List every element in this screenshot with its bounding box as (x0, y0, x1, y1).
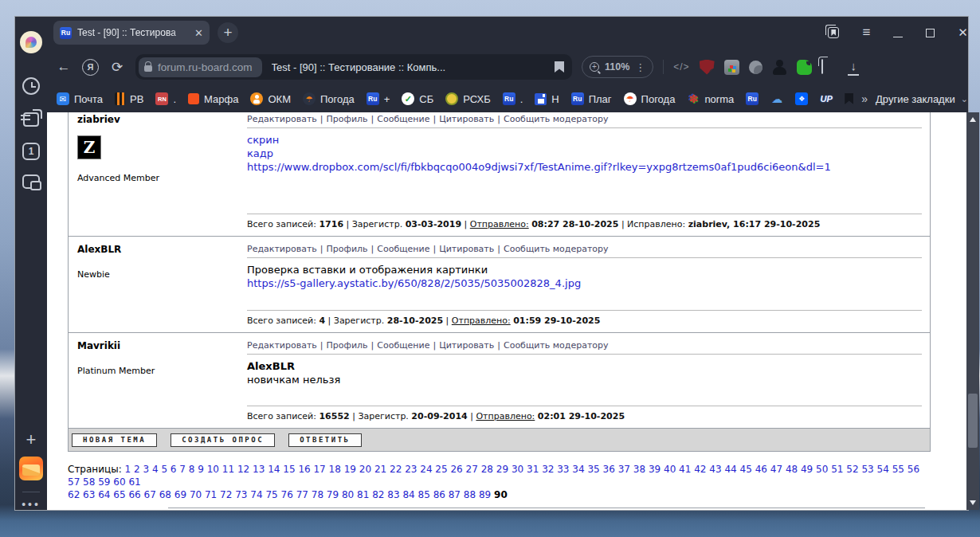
page-link[interactable]: 67 (144, 489, 156, 500)
page-link[interactable]: 76 (281, 489, 293, 500)
page-scrollbar[interactable] (966, 112, 979, 510)
tab-test-90[interactable]: Test - [90] :: Тестирова ✕ (53, 21, 210, 45)
page-link[interactable]: 79 (327, 489, 339, 500)
page-link[interactable]: 73 (235, 489, 247, 500)
post-action-link[interactable]: Редактировать (247, 340, 317, 351)
bookmark-item-ru-blue[interactable] (746, 92, 759, 105)
menu-icon[interactable]: ≡ (862, 25, 870, 41)
bookmark-item-dropbox-blue[interactable] (795, 92, 808, 105)
page-link[interactable]: 50 (816, 464, 828, 475)
page-link[interactable]: 29 (496, 464, 508, 475)
other-bookmarks-button[interactable]: Другие закладки ⌄ (876, 93, 968, 105)
page-link[interactable]: 51 (831, 464, 843, 475)
zoom-control[interactable]: 110% ⋮ (582, 56, 653, 78)
scroll-up-icon[interactable] (970, 117, 976, 122)
page-link[interactable]: 86 (433, 489, 445, 500)
page-link[interactable]: 56 (907, 464, 919, 475)
post-action-link[interactable]: Сообщение (377, 340, 429, 351)
extension-colorful-icon[interactable] (724, 60, 739, 75)
page-link[interactable]: 31 (527, 464, 539, 475)
page-link[interactable]: 72 (220, 489, 232, 500)
bookmark-item-РСХБ[interactable]: РСХБ (445, 92, 490, 105)
bookmark-item-+[interactable]: + (367, 92, 390, 105)
page-link[interactable]: 23 (405, 464, 417, 475)
close-icon[interactable]: ✕ (958, 25, 968, 40)
sent-link[interactable]: Отправлено: (452, 316, 511, 326)
post-action-link[interactable]: Редактировать (247, 114, 317, 124)
address-bar[interactable]: forum.ru-board.com Test - [90] :: Тестир… (135, 54, 572, 80)
page-link[interactable]: 1 (125, 464, 131, 475)
post-action-link[interactable]: Сообщить модератору (504, 114, 609, 124)
page-link[interactable]: 85 (418, 489, 430, 500)
page-link[interactable]: 70 (190, 489, 202, 500)
side-panel-icon[interactable] (828, 27, 839, 38)
post-action-link[interactable]: Сообщение (377, 244, 429, 254)
sent-link[interactable]: Отправлено: (470, 219, 529, 229)
page-link[interactable]: 57 (68, 476, 80, 488)
post-action-link[interactable]: Сообщить модератору (504, 244, 609, 254)
page-link[interactable]: 74 (250, 489, 262, 500)
extension-gray-icon[interactable] (749, 61, 762, 74)
page-link[interactable]: 30 (512, 464, 523, 475)
evernote-icon[interactable] (797, 60, 812, 75)
page-link[interactable]: 39 (649, 464, 661, 475)
maximize-icon[interactable] (926, 29, 935, 37)
page-link[interactable]: 82 (372, 489, 384, 500)
page-link[interactable]: 16 (298, 464, 310, 475)
page-link[interactable]: 77 (296, 489, 308, 500)
history-icon[interactable] (22, 77, 40, 95)
page-link[interactable]: 68 (159, 489, 171, 500)
page-link[interactable]: 36 (603, 464, 615, 475)
page-link[interactable]: 4 (152, 464, 159, 475)
post-action-link[interactable]: Цитировать (439, 114, 494, 124)
page-link[interactable]: 7 (179, 464, 186, 475)
page-link[interactable]: 11 (222, 464, 234, 475)
bookmarks-overflow-icon[interactable]: » (861, 92, 868, 105)
bookmark-item-.[interactable]: . (503, 92, 523, 105)
page-link[interactable]: 54 (877, 464, 889, 475)
profile-avatar[interactable] (20, 31, 42, 53)
page-link[interactable]: 80 (342, 489, 354, 500)
page-link[interactable]: 6 (171, 464, 177, 475)
post-author[interactable]: ziabriev (77, 114, 233, 125)
post-action-link[interactable]: Профиль (327, 114, 368, 124)
domain-chip[interactable]: forum.ru-board.com (139, 57, 262, 77)
downloads-icon[interactable]: ↓ (846, 60, 861, 75)
page-link[interactable]: 26 (450, 464, 462, 475)
sent-link[interactable]: Отправлено: (476, 411, 535, 421)
page-link[interactable]: 71 (205, 489, 217, 500)
page-link[interactable]: 38 (633, 464, 645, 475)
page-link[interactable]: 63 (83, 489, 95, 500)
page-link[interactable]: 88 (464, 489, 476, 500)
screenshot-icon[interactable] (22, 174, 40, 189)
page-link[interactable]: 32 (542, 464, 554, 475)
page-link[interactable]: 64 (98, 489, 110, 500)
page-link[interactable]: 46 (755, 464, 767, 475)
page-link[interactable]: 62 (68, 489, 80, 500)
page-link[interactable]: 15 (283, 464, 295, 475)
bookmark-item-СБ[interactable]: СБ (402, 92, 433, 105)
page-link[interactable]: 35 (587, 464, 599, 475)
zoom-menu-icon[interactable]: ⋮ (635, 61, 645, 73)
page-link[interactable]: 53 (861, 464, 873, 475)
page-link[interactable]: 12 (237, 464, 249, 475)
page-link[interactable]: 21 (374, 464, 386, 475)
forum-button-ответить[interactable]: ОТВЕТИТЬ (288, 433, 361, 447)
page-link[interactable]: 3 (143, 464, 149, 475)
page-link[interactable]: 43 (709, 464, 721, 475)
page-link[interactable]: 65 (113, 489, 125, 500)
bookmark-item-Почта[interactable]: Почта (57, 92, 103, 105)
post-action-link[interactable]: Сообщение (377, 114, 429, 124)
page-link[interactable]: 89 (479, 489, 491, 500)
page-link[interactable]: 10 (207, 464, 219, 475)
bookmark-item-РВ[interactable]: РВ (115, 92, 143, 105)
new-tab-button[interactable]: + (218, 22, 238, 43)
page-link[interactable]: 66 (128, 489, 140, 500)
forum-button-создать-опрос[interactable]: СОЗДАТЬ ОПРОС (171, 433, 275, 447)
page-link[interactable]: 87 (449, 489, 461, 500)
bookmark-item-Марфа[interactable]: Марфа (188, 93, 238, 105)
page-link[interactable]: 14 (268, 464, 280, 475)
page-link[interactable]: 75 (265, 489, 277, 500)
bookmark-item-Н[interactable]: Н (535, 93, 559, 105)
bookmark-item-bookmark-black[interactable] (845, 93, 853, 104)
